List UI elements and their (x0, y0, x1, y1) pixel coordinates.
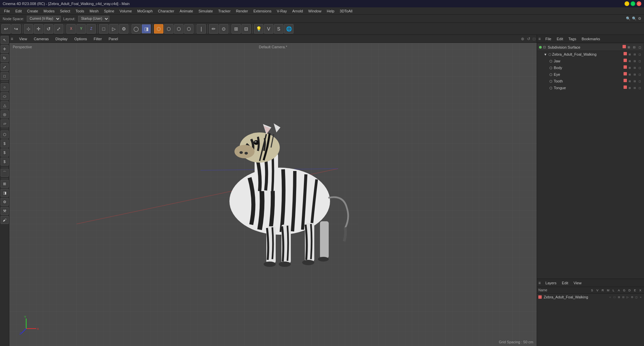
lp-view-btn[interactable]: View (572, 280, 584, 286)
tongue-icon-2[interactable]: ⊟ (632, 85, 637, 90)
lt-rotate[interactable]: ↻ (1, 54, 9, 62)
om-file-menu[interactable]: File (543, 36, 553, 42)
options-menu[interactable]: Options (72, 36, 89, 42)
objects-btn[interactable]: ⬡ (154, 24, 163, 34)
grid-btn[interactable]: ⊞ (231, 24, 241, 34)
menu-item-animate[interactable]: Animate (177, 8, 196, 14)
obj-edit-1[interactable]: ⊞ (627, 45, 631, 50)
pen-tool[interactable]: ✏ (209, 24, 218, 34)
jaw-icon-1[interactable]: ⊞ (627, 59, 632, 63)
panel-menu[interactable]: Panel (107, 36, 120, 42)
lt-scale[interactable]: ⤢ (1, 63, 9, 71)
lp-menu-icon[interactable]: ≡ (538, 281, 541, 285)
lt-curve[interactable]: ⌒ (1, 169, 9, 177)
lt-subdiv[interactable]: ⬡ (1, 130, 9, 138)
body-icon-2[interactable]: ⊟ (632, 65, 637, 70)
sculpt-btn[interactable]: ⬡ (174, 24, 183, 34)
layer-row-zebra[interactable]: Zebra_Adult_Foal_Walking ○ □ ⊞ ⊟ ▷ ⚙ ◻ × (537, 294, 644, 300)
tooth-icon-2[interactable]: ⊟ (632, 79, 637, 83)
rotate-tool[interactable]: ↺ (44, 24, 53, 34)
move-tool[interactable]: ✛ (34, 24, 43, 34)
row-icon-2[interactable]: ⊟ (632, 52, 637, 57)
render-settings[interactable]: ⚙ (119, 24, 128, 34)
menu-item-3dtoall[interactable]: 3DToAll (337, 8, 355, 14)
display-menu[interactable]: Display (53, 36, 69, 42)
script-btn[interactable]: S (274, 24, 283, 34)
tongue-icon-1[interactable]: ⊞ (627, 85, 632, 90)
menu-item-render[interactable]: Render (233, 8, 251, 14)
lt-cube[interactable]: □ (1, 72, 9, 80)
lt-magnet[interactable]: ⚒ (1, 207, 9, 215)
layout-select[interactable]: Startup (User) (78, 16, 109, 22)
menu-item-volume[interactable]: Volume (117, 8, 135, 14)
menu-item-spline[interactable]: Spline (101, 8, 117, 14)
menu-item-edit[interactable]: Edit (13, 8, 24, 14)
viewport-menu-icon[interactable]: ≡ (11, 37, 13, 41)
jaw-icon-2[interactable]: ⊟ (632, 59, 637, 63)
lt-torus[interactable]: ◎ (1, 110, 9, 118)
light-btn[interactable]: 💡 (254, 24, 263, 34)
menu-item-mograph[interactable]: MoGraph (135, 8, 155, 14)
tree-zebra-group[interactable]: ▼ ⬡ Zebra_Adult_Foal_Walking ⊞ ⊟ ◻ (538, 51, 643, 58)
grid2-btn[interactable]: ⊟ (241, 24, 251, 34)
jaw-icon-3[interactable]: ◻ (637, 59, 642, 63)
maximize-button[interactable]: □ (631, 1, 635, 6)
minimize-button[interactable]: − (625, 1, 629, 6)
undo-button[interactable]: ↩ (1, 24, 11, 34)
redo-button[interactable]: ↪ (11, 24, 21, 34)
tongue-icon-3[interactable]: ◻ (637, 85, 642, 90)
tree-body[interactable]: ⬡ Body ⊞ ⊟ ◻ (538, 64, 643, 71)
tooth-icon-3[interactable]: ◻ (637, 79, 642, 83)
tree-jaw[interactable]: ⬡ Jaw ⊞ ⊟ ◻ (538, 58, 643, 64)
body-icon-3[interactable]: ◻ (637, 65, 642, 70)
render-view[interactable]: ▷ (109, 24, 118, 34)
viewport-icon-2[interactable]: ↺ (527, 37, 530, 41)
layer-icon-3[interactable]: ⊞ (617, 295, 621, 299)
om-menu-icon[interactable]: ≡ (538, 37, 541, 41)
lt-sphere[interactable]: ○ (1, 83, 9, 91)
menu-item-v-ray[interactable]: V-Ray (274, 8, 289, 14)
brush-tool[interactable]: ⊙ (219, 24, 228, 34)
lt-grid[interactable]: ⊞ (1, 180, 9, 188)
lt-settings[interactable]: ⚙ (1, 198, 9, 206)
mode-z[interactable]: Z (87, 24, 96, 34)
layer-icon-5[interactable]: ▷ (626, 295, 630, 299)
lt-texture[interactable]: ◨ (1, 189, 9, 197)
mode-y[interactable]: Y (76, 24, 86, 34)
viewport-icon-3[interactable]: □ (533, 37, 535, 41)
menu-item-character[interactable]: Character (155, 8, 177, 14)
tooth-icon-1[interactable]: ⊞ (627, 79, 632, 83)
menu-item-file[interactable]: File (1, 8, 13, 14)
paint-btn[interactable]: ⬡ (184, 24, 194, 34)
texture-tool[interactable]: ◨ (142, 24, 151, 34)
lt-cone[interactable]: △ (1, 101, 9, 109)
select-tool[interactable]: ⊹ (24, 24, 33, 34)
row-icon-1[interactable]: ⊞ (627, 52, 632, 57)
lp-edit-btn[interactable]: Edit (560, 280, 570, 286)
menu-item-modes[interactable]: Modes (41, 8, 57, 14)
om-tags-menu[interactable]: Tags (567, 36, 578, 42)
lt-dollar3[interactable]: $ (1, 158, 9, 166)
lt-brush[interactable]: 🖌 (1, 216, 9, 224)
menu-item-help[interactable]: Help (324, 8, 337, 14)
view-menu[interactable]: View (17, 36, 29, 42)
layer-icon-6[interactable]: ⚙ (630, 295, 634, 299)
obj-edit-2[interactable]: ⊟ (632, 45, 637, 50)
deformer-tool[interactable]: ◯ (131, 24, 141, 34)
mode-object[interactable]: X (66, 24, 76, 34)
layer-icon-2[interactable]: □ (612, 295, 616, 299)
menu-item-extensions[interactable]: Extensions (251, 8, 274, 14)
om-edit-menu[interactable]: Edit (555, 36, 565, 42)
obj-edit-3[interactable]: ◻ (637, 45, 642, 50)
menu-item-simulate[interactable]: Simulate (196, 8, 216, 14)
vray-btn[interactable]: V (264, 24, 273, 34)
eye-icon-2[interactable]: ⊟ (632, 72, 637, 77)
eye-icon-1[interactable]: ⊞ (627, 72, 632, 77)
node-space-select[interactable]: Current (V-Ray) (27, 16, 61, 22)
tree-eye[interactable]: ⬡ Eye ⊞ ⊟ ◻ (538, 71, 643, 78)
obj-subdivision-surface[interactable]: ⊡ Subdivision Surface ⊞ ⊟ ◻ (538, 44, 643, 51)
lt-cylinder[interactable]: ⬭ (1, 92, 9, 100)
filter-menu[interactable]: Filter (92, 36, 104, 42)
layer-icon-1[interactable]: ○ (608, 295, 612, 299)
menu-item-tools[interactable]: Tools (73, 8, 87, 14)
